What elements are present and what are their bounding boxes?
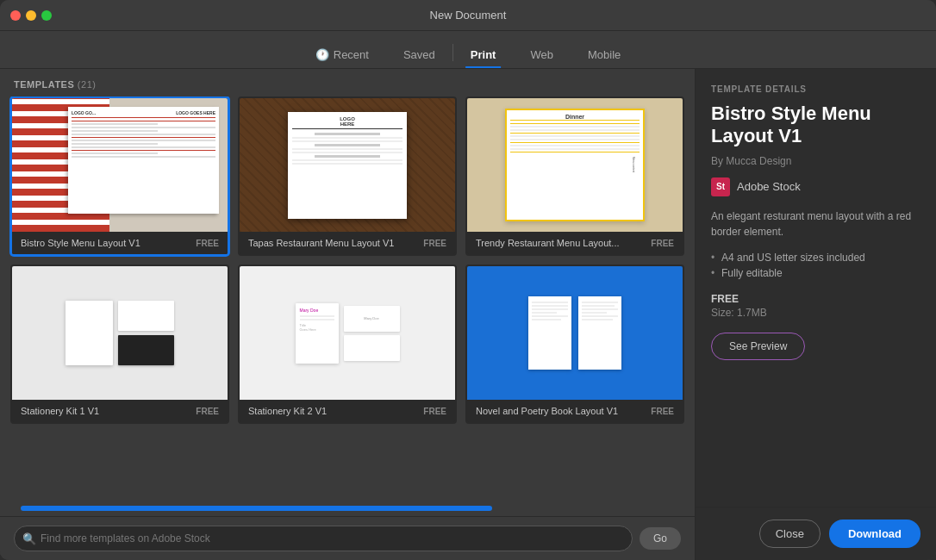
tab-saved-label: Saved xyxy=(403,48,435,61)
details-title: Bistro Style Menu Layout V1 xyxy=(711,103,920,148)
stationery2-letter xyxy=(344,335,400,361)
template-thumb-tapas: LOGOHERE xyxy=(240,98,455,232)
details-section-label: TEMPLATE DETAILS xyxy=(711,84,920,94)
novel-page1 xyxy=(528,296,571,370)
trendy-line xyxy=(510,148,640,150)
bistro-line xyxy=(72,123,158,125)
bistro-line xyxy=(72,156,215,158)
clock-icon: 🕐 xyxy=(315,48,329,61)
trendy-line xyxy=(510,142,640,143)
left-panel: TEMPLATES (21) LOGO GO... LOGO GOES HERE xyxy=(0,69,695,560)
template-info-stationery2: Stationery Kit 2 V1 FREE xyxy=(240,400,455,422)
details-bullet-1: A4 and US letter sizes included xyxy=(711,252,920,264)
details-price: FREE xyxy=(711,293,920,305)
trendy-header: Dinner xyxy=(510,114,640,121)
template-card-bistro[interactable]: LOGO GO... LOGO GOES HERE xyxy=(10,96,229,256)
template-info-bistro: Bistro Style Menu Layout V1 FREE xyxy=(12,232,228,254)
maximize-window-button[interactable] xyxy=(41,10,52,21)
template-card-stationery2[interactable]: Mary Doe TitleGoes Here Mary Doe xyxy=(238,264,457,424)
bistro-line xyxy=(72,152,158,154)
bistro-line xyxy=(72,150,215,151)
details-author: By Mucca Design xyxy=(711,155,920,167)
tapas-line xyxy=(315,133,381,135)
template-badge-trendy: FREE xyxy=(651,239,674,248)
template-card-tapas[interactable]: LOGOHERE Tapas Res xyxy=(238,96,457,256)
tab-recent[interactable]: 🕐 Recent xyxy=(298,48,386,68)
bistro-line xyxy=(72,137,215,138)
tab-web[interactable]: Web xyxy=(513,48,571,68)
search-input-wrap: 🔍 xyxy=(14,526,633,551)
close-window-button[interactable] xyxy=(10,10,21,21)
search-input[interactable] xyxy=(14,526,633,551)
bistro-paper: LOGO GO... LOGO GOES HERE xyxy=(68,107,219,214)
tab-print[interactable]: Print xyxy=(453,48,514,68)
tab-mobile-label: Mobile xyxy=(588,48,621,61)
stationery2-env: Mary Doe xyxy=(344,306,400,332)
template-name-tapas: Tapas Restaurant Menu Layout V1 xyxy=(248,238,394,248)
stationery2-stack: Mary Doe xyxy=(344,306,400,361)
download-button[interactable]: Download xyxy=(829,520,920,548)
tab-saved[interactable]: Saved xyxy=(386,48,452,68)
minimize-window-button[interactable] xyxy=(26,10,36,21)
details-footer: Close Download xyxy=(696,507,936,560)
bistro-line xyxy=(72,143,158,145)
tab-mobile[interactable]: Mobile xyxy=(571,48,638,68)
preview-button[interactable]: See Preview xyxy=(711,333,805,360)
adobe-stock-icon: St xyxy=(711,177,730,196)
bistro-line xyxy=(72,121,215,121)
tapas-line xyxy=(292,159,402,161)
right-panel: TEMPLATE DETAILS Bistro Style Menu Layou… xyxy=(695,69,936,560)
template-info-tapas: Tapas Restaurant Menu Layout V1 FREE xyxy=(240,232,455,254)
tapas-line xyxy=(292,137,402,139)
scroll-bar-container xyxy=(0,501,695,516)
trendy-side-text: Menu content xyxy=(627,110,640,221)
window-title: New Document xyxy=(430,9,507,22)
template-info-trendy: Trendy Restaurant Menu Layout... FREE xyxy=(467,232,683,254)
trendy-line xyxy=(510,145,640,146)
trendy-line xyxy=(510,152,640,152)
details-bullets: A4 and US letter sizes included Fully ed… xyxy=(711,252,920,279)
trendy-line xyxy=(510,133,640,134)
go-button[interactable]: Go xyxy=(640,527,681,550)
template-badge-stationery1: FREE xyxy=(196,407,219,416)
templates-count: (21) xyxy=(78,79,97,90)
template-name-stationery2: Stationery Kit 2 V1 xyxy=(248,406,327,416)
templates-label: TEMPLATES xyxy=(14,79,74,90)
template-thumb-bistro: LOGO GO... LOGO GOES HERE xyxy=(12,98,228,232)
template-thumb-stationery2: Mary Doe TitleGoes Here Mary Doe xyxy=(240,266,455,400)
template-name-stationery1: Stationery Kit 1 V1 xyxy=(21,406,99,416)
adobe-stock-badge: St Adobe Stock xyxy=(711,177,920,196)
template-badge-novel: FREE xyxy=(651,407,674,416)
tapas-line xyxy=(315,144,381,146)
template-info-stationery1: Stationery Kit 1 V1 FREE xyxy=(12,400,228,422)
details-bullet-2: Fully editable xyxy=(711,267,920,279)
details-section: TEMPLATE DETAILS Bistro Style Menu Layou… xyxy=(696,69,936,507)
close-button[interactable]: Close xyxy=(759,520,821,548)
template-card-trendy[interactable]: Dinner Menu content xyxy=(465,96,684,256)
template-name-bistro: Bistro Style Menu Layout V1 xyxy=(21,238,140,248)
template-name-trendy: Trendy Restaurant Menu Layout... xyxy=(476,238,620,248)
details-author-name: Mucca Design xyxy=(726,155,791,167)
tapas-line xyxy=(292,140,402,142)
template-card-novel[interactable]: Novel and Poetry Book Layout V1 FREE xyxy=(465,264,684,424)
templates-header: TEMPLATES (21) xyxy=(0,69,695,96)
trendy-line xyxy=(510,139,640,140)
details-description: An elegant resturant menu layout with a … xyxy=(711,208,920,240)
stationery1-card3 xyxy=(118,335,174,365)
search-icon: 🔍 xyxy=(22,532,36,545)
template-badge-bistro: FREE xyxy=(196,239,219,248)
template-info-novel: Novel and Poetry Book Layout V1 FREE xyxy=(467,400,683,422)
tapas-paper: LOGOHERE xyxy=(288,112,407,219)
tapas-line xyxy=(292,148,402,150)
bistro-line xyxy=(72,134,215,135)
template-thumb-stationery1 xyxy=(12,266,228,400)
tab-print-label: Print xyxy=(471,48,496,61)
details-size: Size: 1.7MB xyxy=(711,307,920,319)
bistro-line xyxy=(72,140,215,141)
template-card-stationery1[interactable]: Stationery Kit 1 V1 FREE xyxy=(10,264,229,424)
scroll-bar[interactable] xyxy=(21,506,492,511)
stationery1-layout xyxy=(12,266,228,400)
tab-web-label: Web xyxy=(530,48,553,61)
stationery2-card1: Mary Doe TitleGoes Here xyxy=(296,303,339,364)
template-grid: LOGO GO... LOGO GOES HERE xyxy=(0,96,695,501)
